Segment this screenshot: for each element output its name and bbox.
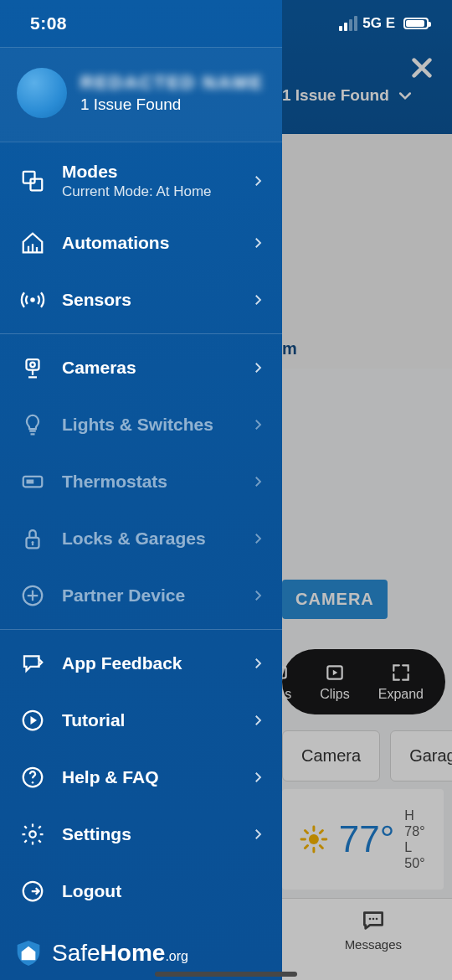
issue-badge-label: 1 Issue Found — [282, 86, 389, 104]
menu-modes-label: Modes — [62, 162, 235, 182]
locks-icon — [18, 524, 47, 553]
weather-lo: L 50° — [404, 839, 427, 871]
weather-hi: H 78° — [404, 807, 427, 839]
chevron-right-icon — [250, 235, 265, 250]
chevron-right-icon — [250, 827, 265, 842]
chevron-right-icon — [250, 474, 265, 489]
chevron-right-icon — [250, 713, 265, 728]
menu-locks-label: Locks & Garages — [62, 529, 235, 549]
cameras-icon — [18, 353, 47, 382]
modes-icon — [18, 167, 47, 195]
close-button[interactable] — [408, 54, 435, 85]
menu-locks[interactable]: Locks & Garages — [0, 510, 282, 567]
svg-rect-10 — [27, 359, 39, 370]
chevron-right-icon — [250, 588, 265, 603]
help-icon — [18, 763, 47, 792]
tab-messages[interactable]: Messages — [345, 907, 402, 980]
brand-logo: SafeHome.org — [12, 936, 188, 970]
automations-icon — [18, 229, 47, 257]
svg-point-11 — [30, 363, 35, 368]
menu-partner-label: Partner Device — [62, 585, 235, 606]
menu-help-label: Help & FAQ — [62, 767, 235, 787]
add-camera-button[interactable]: CAMERA — [282, 580, 388, 619]
pill-clips[interactable]: Clips — [320, 662, 350, 702]
menu-cameras[interactable]: Cameras — [0, 339, 282, 396]
menu-feedback[interactable]: App Feedback — [0, 635, 282, 692]
media-pill: eras Clips Expand — [282, 649, 445, 714]
profile-row[interactable]: REDACTED NAME 1 Issue Found — [0, 47, 282, 142]
shield-icon — [12, 936, 45, 970]
menu-automations[interactable]: Automations — [0, 214, 282, 271]
svg-point-3 — [309, 834, 319, 844]
menu-settings-label: Settings — [62, 824, 235, 844]
menu-logout-label: Logout — [62, 881, 265, 901]
chevron-right-icon — [250, 292, 265, 307]
network-label: 5G E — [362, 15, 395, 32]
sun-icon — [299, 817, 329, 862]
menu-thermostats[interactable]: Thermostats — [0, 453, 282, 510]
status-bar: 5:08 5G E — [0, 0, 452, 47]
camera-chip[interactable]: Camera — [282, 730, 380, 781]
svg-point-19 — [32, 781, 34, 784]
weather-temp: 77° — [339, 818, 395, 860]
chevron-right-icon — [250, 656, 265, 671]
camera-chips: Camera Garage — [282, 730, 452, 781]
chevron-right-icon — [250, 531, 265, 546]
messages-icon — [360, 907, 387, 934]
menu-cameras-label: Cameras — [62, 358, 235, 378]
svg-point-9 — [30, 297, 35, 302]
svg-point-20 — [29, 831, 36, 838]
menu-sensors[interactable]: Sensors — [0, 271, 282, 328]
menu-modes[interactable]: Modes Current Mode: At Home — [0, 147, 282, 214]
sensors-icon — [18, 286, 47, 314]
status-time: 5:08 — [30, 13, 67, 34]
menu-modes-sub: Current Mode: At Home — [62, 183, 235, 200]
menu-lights[interactable]: Lights & Switches — [0, 396, 282, 453]
chevron-down-icon — [397, 87, 413, 104]
signal-icon — [339, 16, 357, 31]
svg-point-5 — [372, 918, 374, 921]
menu-logout[interactable]: Logout — [0, 863, 282, 920]
brand-text: SafeHome.org — [52, 940, 188, 967]
profile-issue: 1 Issue Found — [80, 95, 264, 114]
chevron-right-icon — [250, 417, 265, 432]
profile-name: REDACTED NAME — [80, 72, 264, 94]
brand-suffix: .org — [165, 949, 188, 963]
issue-badge[interactable]: 1 Issue Found — [282, 86, 413, 105]
brand-prefix: Safe — [52, 940, 100, 966]
pill-expand-label: Expand — [378, 687, 424, 702]
partner-icon — [18, 581, 47, 610]
expand-icon — [390, 662, 412, 683]
chevron-right-icon — [250, 173, 265, 188]
menu-lights-label: Lights & Switches — [62, 415, 235, 435]
menu-thermostats-label: Thermostats — [62, 472, 235, 492]
settings-icon — [18, 820, 47, 848]
hero-status-fragment: m — [282, 339, 297, 358]
feedback-icon — [18, 649, 47, 678]
chevron-right-icon — [250, 770, 265, 785]
svg-rect-7 — [23, 172, 35, 183]
clips-icon — [324, 662, 346, 683]
menu-help[interactable]: Help & FAQ — [0, 749, 282, 806]
svg-point-6 — [375, 918, 378, 921]
weather-hilo: H 78° L 50° — [404, 807, 427, 872]
menu-tutorial-label: Tutorial — [62, 710, 235, 730]
garage-chip[interactable]: Garage — [390, 730, 452, 781]
menu-feedback-label: App Feedback — [62, 653, 235, 673]
svg-rect-13 — [27, 480, 34, 484]
logout-icon — [18, 877, 47, 905]
tab-messages-label: Messages — [345, 937, 402, 952]
menu-tutorial[interactable]: Tutorial — [0, 692, 282, 749]
svg-rect-8 — [31, 179, 43, 191]
menu-sensors-label: Sensors — [62, 290, 235, 310]
weather-card[interactable]: 77° H 78° L 50° — [282, 789, 444, 890]
home-indicator — [155, 972, 297, 977]
menu-settings[interactable]: Settings — [0, 806, 282, 863]
avatar — [17, 68, 67, 118]
brand-mid: Home — [100, 940, 166, 966]
svg-point-4 — [368, 918, 371, 921]
pill-expand[interactable]: Expand — [378, 662, 424, 702]
battery-icon — [403, 18, 429, 29]
menu-partner[interactable]: Partner Device — [0, 567, 282, 624]
svg-point-15 — [32, 541, 34, 544]
